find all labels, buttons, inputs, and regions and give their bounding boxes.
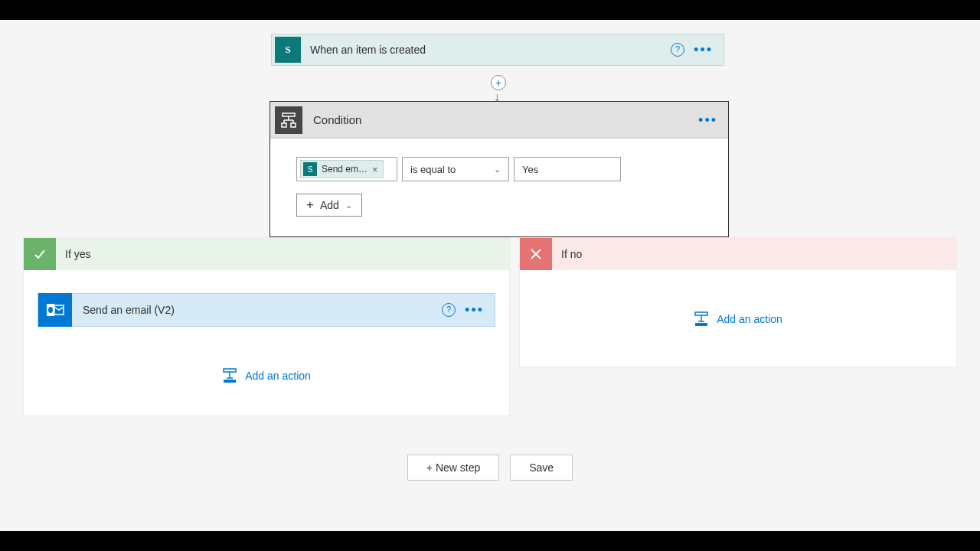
condition-left-operand[interactable]: S Send em… × [296,157,397,181]
condition-operator-dropdown[interactable]: is equal to ⌄ [402,157,509,181]
save-button[interactable]: Save [510,455,573,481]
value-text: Yes [522,164,538,175]
add-label: Add [320,199,339,211]
footer-buttons: + New step Save [0,455,980,481]
outlook-icon [38,293,72,327]
new-step-button[interactable]: + New step [407,455,499,481]
more-menu-icon[interactable]: ••• [694,47,713,53]
condition-title: Condition [307,113,698,126]
condition-header[interactable]: Condition ••• [270,102,728,139]
if-no-label: If no [552,248,582,260]
more-menu-icon[interactable]: ••• [465,307,484,313]
add-action-button[interactable]: Add an action [24,368,509,383]
more-menu-icon[interactable]: ••• [698,117,717,123]
action-title: Send an email (V2) [72,304,442,316]
if-no-header: If no [520,238,956,270]
add-action-label: Add an action [717,313,782,325]
add-action-button[interactable]: Add an action [520,311,956,327]
condition-body: S Send em… × is equal to ⌄ Yes + Add ⌄ [270,139,728,236]
add-action-label: Add an action [245,370,311,382]
condition-card: Condition ••• S Send em… × is equal to ⌄… [270,101,729,237]
svg-rect-13 [224,380,236,383]
condition-icon [275,106,302,134]
svg-rect-0 [283,113,295,116]
if-yes-header: If yes [24,238,509,270]
svg-rect-5 [282,123,286,127]
insert-step-button[interactable]: + [491,75,506,90]
add-action-icon [222,368,237,383]
operator-label: is equal to [410,164,456,175]
condition-value-input[interactable]: Yes [514,157,621,181]
letterbox-bottom [0,531,980,551]
svg-rect-10 [224,369,236,372]
trigger-title: When an item is created [304,44,671,56]
flow-canvas: S When an item is created ? ••• + ↓ Cond… [0,20,980,531]
pill-label: Send em… [322,164,368,174]
plus-icon: + [306,200,314,210]
send-email-action-card[interactable]: Send an email (V2) ? ••• [38,293,495,327]
add-action-icon [694,311,709,327]
letterbox-top [0,0,980,20]
svg-rect-19 [695,323,707,326]
help-icon[interactable]: ? [671,43,684,57]
if-yes-branch: If yes Send an email (V2) ? ••• [23,237,510,416]
add-condition-button[interactable]: + Add ⌄ [296,194,362,217]
close-icon [520,238,552,270]
sharepoint-icon: S [303,162,317,176]
trigger-card[interactable]: S When an item is created ? ••• [271,34,724,66]
dynamic-content-pill[interactable]: S Send em… × [300,160,384,178]
if-no-branch: If no Add an action [519,237,957,367]
svg-point-9 [48,307,53,313]
svg-rect-16 [695,312,707,315]
chevron-down-icon: ⌄ [494,165,501,174]
svg-rect-6 [291,123,296,127]
sharepoint-icon: S [275,37,301,63]
if-yes-label: If yes [56,248,90,260]
pill-remove-icon[interactable]: × [372,164,378,175]
check-icon [24,238,56,270]
chevron-down-icon: ⌄ [345,201,352,210]
help-icon[interactable]: ? [442,303,456,317]
